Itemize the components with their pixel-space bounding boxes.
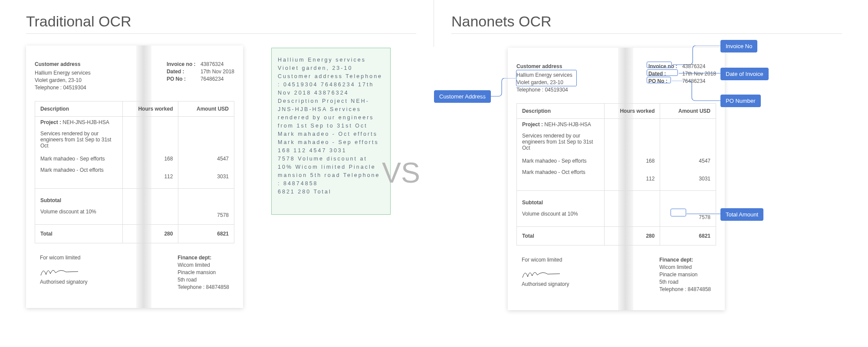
label-po-number: PO Number bbox=[720, 95, 761, 107]
label-invoice-no: Invoice No bbox=[720, 40, 757, 52]
invoice-right: Customer address Hallium Energy services… bbox=[508, 48, 725, 310]
divider bbox=[451, 33, 842, 34]
cust-addr-line: Violet garden, 23-10 bbox=[35, 77, 91, 84]
signature-icon bbox=[40, 265, 79, 277]
foot-for: For wicom limited bbox=[40, 254, 87, 262]
date-val: 17th Nov 2018 bbox=[201, 68, 234, 75]
po-val: 76486234 bbox=[201, 75, 224, 83]
invno-key: Invoice no : bbox=[167, 61, 198, 68]
cust-addr-line: Hallium Energy services bbox=[35, 69, 91, 77]
label-total-amount: Total Amount bbox=[720, 208, 763, 221]
cust-addr-line: Telephone : 04519304 bbox=[35, 84, 91, 92]
invoice-left: Customer address Hallium Energy services… bbox=[26, 46, 243, 308]
label-date: Date of Invoice bbox=[720, 68, 769, 80]
divider bbox=[26, 33, 416, 34]
po-key: PO No : bbox=[167, 75, 198, 83]
invoice-table: DescriptionHours workedAmount USD Projec… bbox=[35, 101, 234, 243]
heading-nanonets: Nanonets OCR bbox=[451, 13, 842, 30]
cust-addr-header: Customer address bbox=[35, 61, 91, 68]
heading-traditional: Traditional OCR bbox=[26, 13, 416, 30]
date-key: Dated : bbox=[167, 68, 198, 75]
vs-label: VS bbox=[382, 156, 420, 189]
signature-icon bbox=[522, 267, 561, 279]
raw-ocr-output: Hallium Energy services Violet garden, 2… bbox=[271, 48, 391, 215]
foot-auth: Authorised signatory bbox=[40, 278, 87, 286]
fin-header: Finance dept: bbox=[178, 254, 229, 262]
invno-val: 43876324 bbox=[201, 61, 224, 68]
